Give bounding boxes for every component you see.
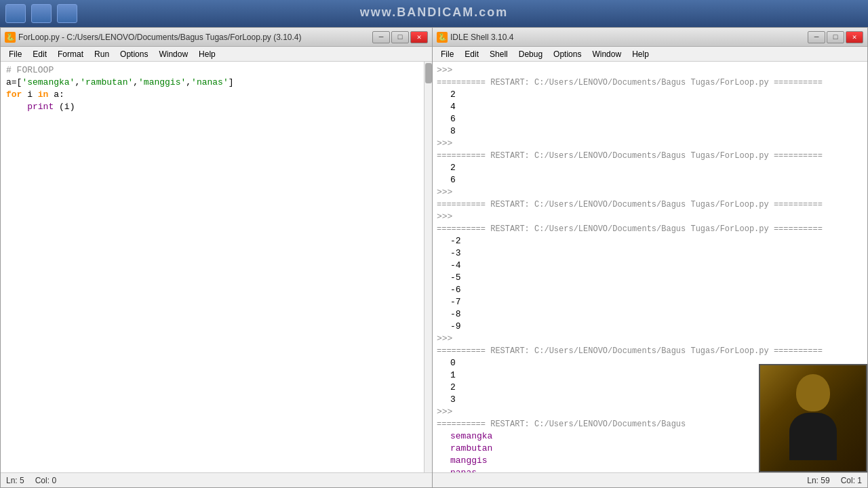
shell-col: Col: 1 bbox=[841, 476, 862, 485]
person-body bbox=[789, 413, 837, 460]
shell-ln: Ln: 59 bbox=[807, 476, 829, 485]
close-button[interactable]: ✕ bbox=[410, 31, 428, 43]
shell-minimize-button[interactable]: ─ bbox=[808, 31, 825, 43]
editor-scrollbar[interactable] bbox=[424, 62, 432, 472]
code-line-1: # FORLOOP bbox=[6, 64, 418, 77]
menu-window[interactable]: Window bbox=[153, 48, 193, 60]
editor-statusbar: Ln: 5 Col: 0 bbox=[1, 472, 432, 487]
editor-ln: Ln: 5 bbox=[6, 476, 24, 485]
shell-maximize-button[interactable]: □ bbox=[827, 31, 844, 43]
taskbar-button[interactable] bbox=[5, 4, 26, 23]
out-4-1: -2 bbox=[437, 235, 863, 247]
webcam-overlay bbox=[759, 364, 867, 472]
maximize-button[interactable]: □ bbox=[391, 31, 409, 43]
restart-2: ========== RESTART: C:/Users/LENOVO/Docu… bbox=[437, 150, 863, 162]
editor-icon: 🐍 bbox=[5, 32, 16, 43]
prompt-2: >>> bbox=[437, 138, 863, 150]
menu-run[interactable]: Run bbox=[89, 48, 115, 60]
shell-titlebar: 🐍 IDLE Shell 3.10.4 ─ □ ✕ bbox=[433, 28, 867, 47]
shell-menu-help[interactable]: Help bbox=[627, 48, 654, 60]
shell-statusbar: Ln: 59 Col: 1 bbox=[433, 472, 867, 487]
taskbar-button-3[interactable] bbox=[57, 4, 77, 23]
restart-5: ========== RESTART: C:/Users/LENOVO/Docu… bbox=[437, 345, 863, 357]
menu-file[interactable]: File bbox=[3, 48, 27, 60]
shell-menu-edit[interactable]: Edit bbox=[459, 48, 484, 60]
taskbar-button-2[interactable] bbox=[31, 4, 52, 23]
windows-container: 🐍 ForLoop.py - C:/Users/LENOVO/Documents… bbox=[0, 27, 868, 488]
prompt-3: >>> bbox=[437, 186, 863, 199]
out-4-7: -8 bbox=[437, 308, 863, 321]
out-1-3: 6 bbox=[437, 113, 863, 125]
code-line-4: print (i) bbox=[6, 101, 418, 113]
editor-title: ForLoop.py - C:/Users/LENOVO/Documents/B… bbox=[18, 33, 370, 42]
out-4-4: -5 bbox=[437, 272, 863, 284]
shell-icon: 🐍 bbox=[437, 32, 448, 43]
prompt-5: >>> bbox=[437, 333, 863, 345]
menu-edit[interactable]: Edit bbox=[27, 48, 52, 60]
out-4-8: -9 bbox=[437, 321, 863, 333]
code-line-5 bbox=[6, 113, 418, 125]
restart-3: ========== RESTART: C:/Users/LENOVO/Docu… bbox=[437, 199, 863, 211]
watermark: www.BANDICAM.com bbox=[360, 5, 508, 20]
editor-col: Col: 0 bbox=[35, 476, 56, 485]
menu-format[interactable]: Format bbox=[52, 48, 89, 60]
person-head bbox=[796, 374, 830, 411]
shell-menu-debug[interactable]: Debug bbox=[513, 48, 548, 60]
out-1-4: 8 bbox=[437, 125, 863, 138]
out-4-2: -3 bbox=[437, 247, 863, 260]
editor-menubar: File Edit Format Run Options Window Help bbox=[1, 47, 432, 62]
out-1-1: 2 bbox=[437, 89, 863, 101]
out-4-3: -4 bbox=[437, 260, 863, 272]
shell-window-controls: ─ □ ✕ bbox=[808, 31, 863, 43]
scrollbar-thumb bbox=[425, 63, 432, 83]
shell-title: IDLE Shell 3.10.4 bbox=[450, 33, 805, 42]
shell-menubar: File Edit Shell Debug Options Window Hel… bbox=[433, 47, 867, 62]
prompt-1: >>> bbox=[437, 64, 863, 77]
menu-help[interactable]: Help bbox=[193, 48, 221, 60]
out-1-2: 4 bbox=[437, 101, 863, 113]
out-4-5: -6 bbox=[437, 284, 863, 296]
menu-options[interactable]: Options bbox=[115, 48, 153, 60]
out-2-2: 6 bbox=[437, 174, 863, 186]
shell-menu-shell[interactable]: Shell bbox=[484, 48, 513, 60]
editor-window-controls: ─ □ ✕ bbox=[372, 31, 428, 43]
webcam-feed bbox=[760, 365, 866, 471]
editor-titlebar: 🐍 ForLoop.py - C:/Users/LENOVO/Documents… bbox=[1, 28, 432, 47]
shell-window: 🐍 IDLE Shell 3.10.4 ─ □ ✕ File Edit Shel… bbox=[433, 27, 868, 488]
shell-menu-file[interactable]: File bbox=[435, 48, 459, 60]
minimize-button[interactable]: ─ bbox=[372, 31, 390, 43]
shell-menu-options[interactable]: Options bbox=[548, 48, 587, 60]
code-line-2: a=['semangka','rambutan','manggis','nana… bbox=[6, 77, 418, 89]
restart-1: ========== RESTART: C:/Users/LENOVO/Docu… bbox=[437, 77, 863, 89]
editor-content-area: # FORLOOP a=['semangka','rambutan','mang… bbox=[1, 62, 432, 472]
shell-menu-window[interactable]: Window bbox=[587, 48, 627, 60]
prompt-4: >>> bbox=[437, 211, 863, 223]
editor-window: 🐍 ForLoop.py - C:/Users/LENOVO/Documents… bbox=[0, 27, 433, 488]
out-2-1: 2 bbox=[437, 162, 863, 174]
shell-close-button[interactable]: ✕ bbox=[846, 31, 863, 43]
out-4-6: -7 bbox=[437, 296, 863, 308]
person-silhouette bbox=[786, 374, 840, 462]
restart-4: ========== RESTART: C:/Users/LENOVO/Docu… bbox=[437, 223, 863, 235]
code-editor[interactable]: # FORLOOP a=['semangka','rambutan','mang… bbox=[1, 62, 424, 472]
code-line-3: for i in a: bbox=[6, 89, 418, 101]
